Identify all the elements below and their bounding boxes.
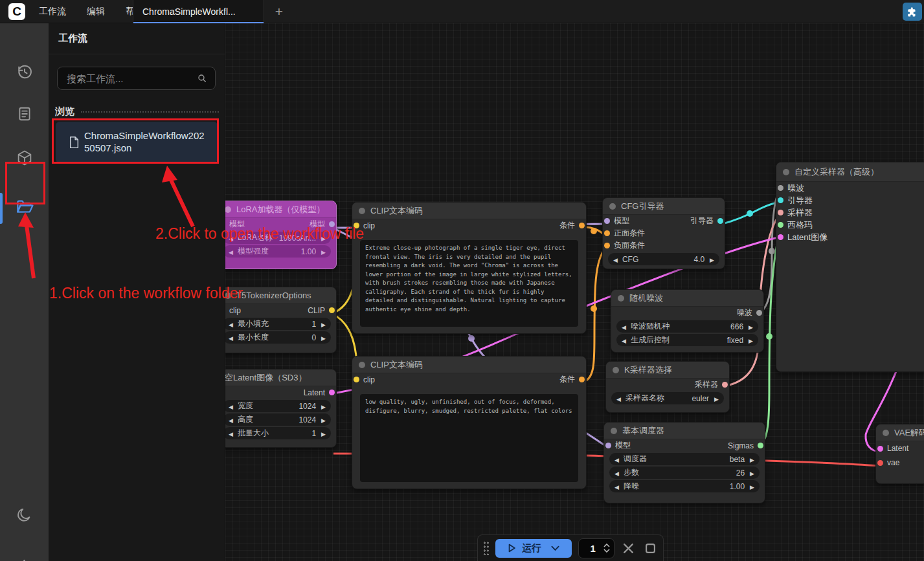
collapse-dot[interactable] [618,295,624,302]
port-noise-in[interactable] [778,185,783,191]
workflow-search[interactable] [57,67,216,90]
theme-moon-icon[interactable] [0,501,49,529]
link-dot[interactable] [747,210,753,217]
widget-control-after-generate[interactable]: 生成后控制 fixed [616,334,758,346]
widget-steps[interactable]: 步数 26 [609,467,760,479]
port-label: clip [363,221,375,230]
port-negative-in[interactable] [604,243,610,248]
batch-count-input[interactable]: 1 [578,538,614,558]
comfyui-logo[interactable]: C [8,3,25,20]
history-icon[interactable] [0,58,49,86]
widget-label: 调度器 [624,454,647,465]
widget-scheduler[interactable]: 调度器 beta [609,453,760,465]
collapse-dot[interactable] [359,208,365,214]
collapse-dot[interactable] [611,428,617,434]
node-cfg-guider[interactable]: CFG引导器 模型 引导器 正面条件 负面条件 CFG 4.0 [602,197,725,269]
widget-lora-strength[interactable]: 模型强度 1.00 [225,245,331,258]
widget-denoise[interactable]: 降噪 1.00 [609,480,760,492]
widget-label: 模型强度 [238,246,269,257]
widget-cfg[interactable]: CFG 4.0 [608,253,719,265]
settings-gear-icon[interactable] [0,553,49,561]
port-guider-out[interactable] [717,218,723,224]
port-noise-out[interactable] [756,310,762,316]
widget-label: 宽度 [238,401,253,412]
menu-workflow[interactable]: 工作流 [28,0,76,23]
port-sigmas-in[interactable] [778,222,783,228]
port-positive-in[interactable] [604,230,610,236]
run-button[interactable]: 运行 [495,539,572,558]
workflow-canvas[interactable]: LoRA加载器（仅模型） 模型 模型 LoRA名称 1990sAn... 模型强… [225,23,924,561]
widget-min-padding[interactable]: 最小填充 1 [225,318,331,330]
prompt-text[interactable]: low quality, ugly, unfinished, out of fo… [360,394,578,482]
port-sampler-in[interactable] [778,210,783,215]
browse-section-header[interactable]: 浏览 [55,105,219,118]
port-model-in[interactable] [605,443,611,448]
play-icon [508,544,516,553]
widget-width[interactable]: 宽度 1024 [225,400,331,412]
widget-value: beta [730,455,745,464]
stepper-down-icon[interactable] [603,549,610,553]
port-sigmas-out[interactable] [758,443,763,448]
port-label: 采样器 [695,379,718,390]
top-menubar: C 工作流 编辑 帮助 ChromaSimpleWorkfl... + [0,0,924,23]
node-basic-scheduler[interactable]: 基本调度器 模型 Sigmas 调度器 beta 步数 26 降噪 1.00 [603,422,765,503]
new-workflow-button[interactable]: + [271,3,287,20]
collapse-dot[interactable] [883,430,889,436]
puzzle-icon [907,6,918,17]
node-clip-encode-positive[interactable]: CLIP文本编码 clip 条件 Extreme close-up photog… [352,202,587,334]
collapse-dot[interactable] [359,362,365,368]
chevron-down-icon [551,545,559,551]
stepper-up-icon[interactable] [603,544,610,547]
port-vae-in[interactable] [877,460,883,466]
node-random-noise[interactable]: 随机噪波 噪波 噪波随机种 666 生成后控制 fixed [611,289,764,353]
port-label: 噪波 [737,307,752,318]
link-dot[interactable] [766,333,772,340]
port-model-in[interactable] [604,218,610,224]
workflow-tab[interactable]: ChromaSimpleWorkfl... [133,0,264,23]
collapse-dot[interactable] [225,206,231,213]
link-dot[interactable] [468,335,475,342]
node-vae-decode[interactable]: VAE解码 Latent vae [875,424,924,484]
prompt-text[interactable]: Extreme close-up photograph of a single … [360,240,578,327]
extension-button[interactable] [903,3,922,21]
link-dot[interactable] [591,228,597,234]
port-guider-in[interactable] [778,197,783,203]
widget-label: 采样器名称 [625,393,664,404]
menu-edit[interactable]: 编辑 [76,0,115,23]
link-dot[interactable] [591,305,597,312]
port-latent-out[interactable] [329,390,335,395]
drag-handle[interactable] [483,541,489,555]
widget-batch-size[interactable]: 批量大小 1 [225,427,331,439]
widget-value: euler [692,394,709,403]
widget-sampler-name[interactable]: 采样器名称 euler [611,392,724,404]
port-sampler-out[interactable] [722,382,728,388]
node-ksampler-select[interactable]: K采样器选择 采样器 采样器名称 euler [605,361,730,413]
port-latent-in[interactable] [778,234,783,240]
stop-icon[interactable] [642,543,658,554]
port-label: CLIP [308,306,325,315]
widget-min-length[interactable]: 最小长度 0 [225,331,331,344]
port-latent-in[interactable] [877,446,883,452]
port-cond-out[interactable] [579,223,585,228]
search-input[interactable] [65,72,197,85]
port-clip-in[interactable] [354,377,359,382]
node-title: 基本调度器 [622,425,664,437]
log-icon[interactable] [0,100,49,128]
collapse-dot[interactable] [613,367,619,373]
node-title: T5TokenizerOptions [236,291,311,300]
widget-label: 步数 [624,467,639,478]
port-cond-out[interactable] [579,377,585,382]
widget-noise-seed[interactable]: 噪波随机种 666 [616,320,758,333]
cancel-icon[interactable] [621,543,637,554]
widget-value: 26 [736,468,745,478]
node-custom-sampler-advanced[interactable]: 自定义采样器（高级） 噪波 引导器 采样器 西格玛 Latent图像 [776,162,924,372]
node-empty-latent[interactable]: 空Latent图像（SD3） Latent 宽度 1024 高度 1024 批量… [225,369,337,448]
link-dot[interactable] [769,248,775,254]
port-label: 模型 [614,215,629,226]
collapse-dot[interactable] [783,169,789,175]
widget-value: 1 [311,429,316,438]
port-clip-out[interactable] [329,307,335,313]
widget-height[interactable]: 高度 1024 [225,413,331,426]
collapse-dot[interactable] [609,203,616,210]
node-clip-encode-negative[interactable]: CLIP文本编码 clip 条件 low quality, ugly, unfi… [352,356,587,489]
